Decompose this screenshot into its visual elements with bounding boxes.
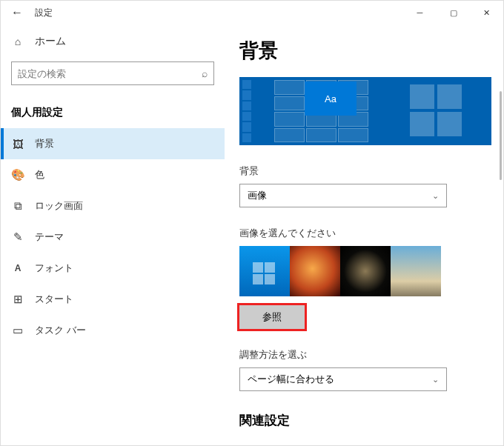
back-button[interactable]: ← (7, 6, 27, 19)
sidebar-item-fonts[interactable]: A フォント (11, 253, 225, 284)
background-dropdown[interactable]: 画像 ⌄ (239, 184, 447, 207)
palette-icon: 🎨 (11, 168, 24, 182)
page-heading: 背景 (239, 38, 503, 64)
thumb-lion-red[interactable] (290, 246, 340, 296)
image-thumbnails (239, 246, 503, 296)
home-link[interactable]: ⌂ ホーム (11, 29, 225, 54)
home-label: ホーム (35, 35, 66, 48)
picture-icon: 🖼 (11, 138, 24, 150)
maximize-button[interactable]: ▢ (437, 1, 470, 24)
lock-screen-icon: ⧉ (11, 199, 24, 213)
browse-button[interactable]: 参照 (239, 305, 305, 329)
start-icon: ⊞ (11, 293, 24, 306)
sidebar-item-taskbar[interactable]: ▭ タスク バー (11, 315, 225, 346)
sidebar-item-colors[interactable]: 🎨 色 (11, 159, 225, 190)
dropdown-value: ページ幅に合わせる (248, 373, 334, 386)
close-button[interactable]: ✕ (470, 1, 503, 24)
minimize-button[interactable]: ─ (403, 1, 437, 24)
font-icon: A (11, 263, 24, 273)
fit-label: 調整方法を選ぶ (239, 348, 503, 362)
sidebar-item-themes[interactable]: ✎ テーマ (11, 222, 225, 253)
search-box[interactable]: ⌕ (11, 61, 214, 85)
sidebar-item-label: フォント (35, 262, 73, 275)
thumb-beach[interactable] (391, 246, 441, 296)
taskbar-icon: ▭ (11, 324, 24, 337)
sidebar-item-lockscreen[interactable]: ⧉ ロック画面 (11, 190, 225, 222)
sidebar-item-start[interactable]: ⊞ スタート (11, 284, 225, 315)
chevron-down-icon: ⌄ (432, 191, 439, 201)
section-title: 個人用設定 (11, 106, 225, 119)
sidebar-item-label: 背景 (35, 137, 54, 150)
theme-icon: ✎ (11, 230, 24, 244)
background-label: 背景 (239, 164, 503, 178)
dropdown-value: 画像 (248, 189, 267, 202)
sidebar-item-background[interactable]: 🖼 背景 (1, 128, 225, 159)
chevron-down-icon: ⌄ (432, 375, 439, 385)
sidebar-item-label: テーマ (35, 230, 64, 244)
preview-Aa: Aa (305, 81, 357, 116)
fit-dropdown[interactable]: ページ幅に合わせる ⌄ (239, 367, 447, 391)
thumb-windows[interactable] (239, 246, 290, 296)
sidebar-item-label: ロック画面 (35, 199, 83, 213)
home-icon: ⌂ (11, 36, 24, 47)
related-settings-heading: 関連設定 (239, 412, 503, 427)
scrollbar[interactable] (500, 91, 502, 180)
sidebar-item-label: 色 (35, 168, 44, 182)
background-preview: Aa (239, 77, 491, 145)
window-title: 設定 (35, 7, 53, 19)
search-input[interactable] (18, 68, 202, 79)
sidebar-item-label: スタート (35, 293, 73, 306)
thumb-lion-dark[interactable] (340, 246, 391, 296)
sidebar-item-label: タスク バー (35, 324, 86, 337)
choose-image-label: 画像を選んでください (239, 227, 503, 240)
search-icon: ⌕ (202, 67, 208, 79)
